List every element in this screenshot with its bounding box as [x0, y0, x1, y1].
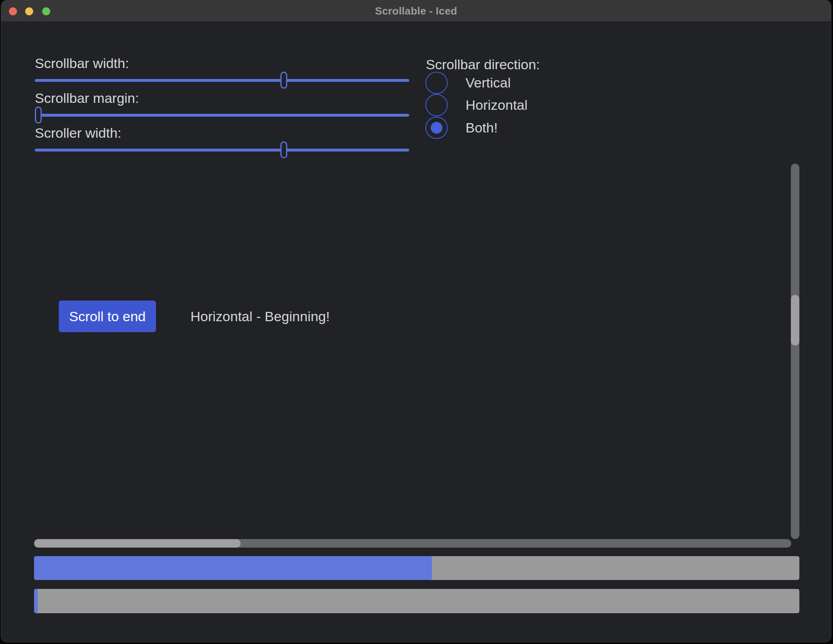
scroll-status-text: Horizontal - Beginning!: [190, 301, 330, 332]
app-window: Scrollable - Iced Scrollbar width: Scrol…: [1, 0, 831, 642]
scrollbar-margin-slider[interactable]: [35, 107, 409, 124]
radio-circle-icon[interactable]: [425, 72, 448, 94]
radio-label: Vertical: [466, 75, 511, 91]
window-title: Scrollable - Iced: [1, 0, 831, 22]
vertical-progress-bar: [34, 589, 799, 613]
scrollbar-width-label: Scrollbar width:: [35, 55, 129, 71]
slider-rail[interactable]: [35, 79, 409, 82]
titlebar: Scrollable - Iced: [1, 0, 831, 22]
radio-label: Horizontal: [466, 97, 528, 113]
radio-vertical[interactable]: Vertical: [425, 72, 511, 94]
radio-horizontal[interactable]: Horizontal: [425, 94, 528, 116]
scrollbar-direction-label: Scrollbar direction:: [426, 56, 540, 73]
vertical-scrollbar-track[interactable]: [791, 164, 799, 539]
horizontal-scrollbar-thumb[interactable]: [34, 539, 241, 548]
scrollbar-margin-label: Scrollbar margin:: [35, 90, 139, 106]
progress-fill: [34, 589, 38, 613]
slider-rail[interactable]: [35, 149, 409, 151]
horizontal-progress-bar: [34, 556, 799, 580]
scroller-width-label: Scroller width:: [35, 125, 122, 141]
slider-rail[interactable]: [35, 114, 409, 117]
slider-thumb[interactable]: [35, 107, 42, 124]
radio-circle-icon[interactable]: [425, 117, 448, 139]
radio-circle-icon[interactable]: [425, 94, 448, 116]
scroller-width-slider[interactable]: [35, 141, 409, 158]
slider-thumb[interactable]: [280, 141, 287, 158]
radio-dot-icon: [431, 122, 442, 134]
radio-both[interactable]: Both!: [425, 117, 498, 139]
vertical-scrollbar-thumb[interactable]: [791, 295, 799, 345]
scrollbar-width-slider[interactable]: [35, 72, 409, 89]
progress-fill: [34, 556, 432, 580]
scroll-to-end-button[interactable]: Scroll to end: [59, 301, 156, 332]
slider-thumb[interactable]: [280, 72, 287, 89]
radio-label: Both!: [466, 120, 498, 136]
horizontal-scrollbar-track[interactable]: [34, 539, 791, 548]
